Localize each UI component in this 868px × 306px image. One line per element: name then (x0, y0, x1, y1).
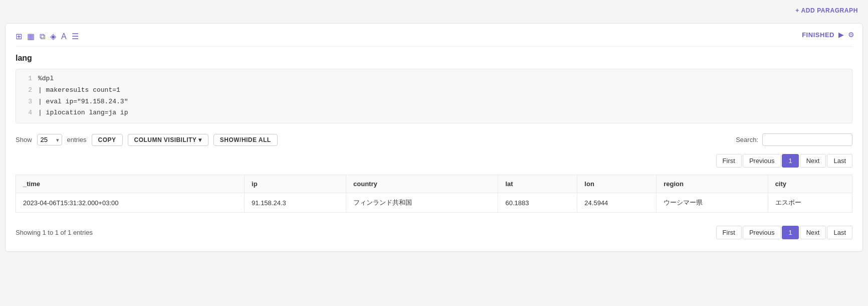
column-header: lon (577, 175, 657, 193)
last-button-bottom[interactable]: Last (827, 226, 852, 239)
code-block: 1%dpl2| makeresults count=13| eval ip="9… (16, 69, 852, 123)
show-hide-all-button[interactable]: SHOW/HIDE ALL (213, 134, 278, 146)
code-line: 4| iplocation lang=ja ip (16, 107, 852, 119)
line-code: %dpl (38, 74, 54, 84)
list-icon[interactable]: ☰ (72, 32, 79, 41)
previous-button-top[interactable]: Previous (743, 154, 781, 168)
search-area: Search: (736, 133, 852, 146)
last-button-top[interactable]: Last (827, 154, 852, 168)
line-number: 3 (22, 97, 32, 107)
table-cell: 2023-04-06T15:31:32.000+03:00 (16, 193, 245, 213)
column-header: _time (16, 175, 245, 193)
showing-text: Showing 1 to 1 of 1 entries (16, 229, 93, 236)
data-table: _timeipcountrylatlonregioncity 2023-04-0… (16, 175, 852, 213)
column-header: lat (498, 175, 577, 193)
line-code: | makeresults count=1 (38, 85, 120, 96)
column-header: ip (245, 175, 346, 193)
gear-icon[interactable]: ⚙ (848, 31, 854, 39)
column-header: region (657, 175, 768, 193)
show-label: Show (16, 136, 32, 143)
table-row: 2023-04-06T15:31:32.000+03:0091.158.24.3… (16, 193, 852, 213)
code-line: 3| eval ip="91.158.24.3" (16, 96, 852, 108)
next-button-bottom[interactable]: Next (800, 226, 826, 239)
play-icon[interactable]: ▶ (838, 31, 844, 39)
table-cell: 91.158.24.3 (245, 193, 346, 213)
table-cell: 60.1883 (498, 193, 577, 213)
page-1-button-top[interactable]: 1 (782, 154, 798, 168)
line-number: 2 (22, 85, 32, 96)
entries-label: entries (67, 136, 87, 143)
finished-label: FINISHED (802, 31, 834, 39)
finished-area: FINISHED ▶ ⚙ (802, 31, 854, 39)
page-1-button-bottom[interactable]: 1 (782, 226, 798, 239)
table-icon[interactable]: ▦ (27, 32, 35, 41)
line-code: | iplocation lang=ja ip (38, 108, 128, 118)
first-button-top[interactable]: First (716, 154, 742, 168)
add-paragraph-button[interactable]: + ADD PARAGRAPH (795, 7, 858, 14)
line-number: 1 (22, 74, 32, 84)
text-icon[interactable]: A (61, 32, 67, 41)
next-button-top[interactable]: Next (800, 154, 826, 168)
line-number: 4 (22, 108, 32, 118)
controls-row: Show 102550100 entries COPY COLUMN VISIB… (16, 133, 852, 146)
header-row: _timeipcountrylatlonregioncity (16, 175, 852, 193)
notebook-card: ⊞ ▦ ⧉ ◈ A ☰ FINISHED ▶ ⚙ lang 1%dpl2| ma… (5, 23, 863, 252)
code-line: 2| makeresults count=1 (16, 85, 852, 96)
pagination-bottom: First Previous 1 Next Last (716, 226, 852, 239)
table-cell: フィンランド共和国 (346, 193, 498, 213)
toolbar: ⊞ ▦ ⧉ ◈ A ☰ FINISHED ▶ ⚙ (16, 32, 852, 47)
code-line: 1%dpl (16, 73, 852, 85)
search-input[interactable] (762, 133, 852, 146)
copy-button[interactable]: COPY (92, 134, 123, 146)
entries-select-wrapper: 102550100 (37, 134, 62, 145)
previous-button-bottom[interactable]: Previous (743, 226, 781, 239)
section-title: lang (16, 54, 852, 63)
table-cell: 24.5944 (577, 193, 657, 213)
col-vis-label: COLUMN VISIBILITY (134, 136, 197, 143)
search-label: Search: (736, 136, 758, 143)
column-header: country (346, 175, 498, 193)
pagination-top: First Previous 1 Next Last (16, 154, 852, 168)
table-cell: ウーシマー県 (657, 193, 768, 213)
table-body: 2023-04-06T15:31:32.000+03:0091.158.24.3… (16, 193, 852, 213)
entries-select[interactable]: 102550100 (37, 134, 62, 145)
column-visibility-button[interactable]: COLUMN VISIBILITY ▾ (128, 134, 208, 146)
chevron-down-icon: ▾ (198, 136, 201, 143)
column-header: city (768, 175, 852, 193)
paint-icon[interactable]: ◈ (50, 32, 56, 41)
grid-icon[interactable]: ⊞ (16, 32, 22, 41)
copy-icon[interactable]: ⧉ (40, 32, 45, 41)
bottom-row: Showing 1 to 1 of 1 entries First Previo… (16, 219, 852, 239)
table-header: _timeipcountrylatlonregioncity (16, 175, 852, 193)
line-code: | eval ip="91.158.24.3" (38, 97, 128, 107)
table-cell: エスポー (768, 193, 852, 213)
first-button-bottom[interactable]: First (716, 226, 742, 239)
